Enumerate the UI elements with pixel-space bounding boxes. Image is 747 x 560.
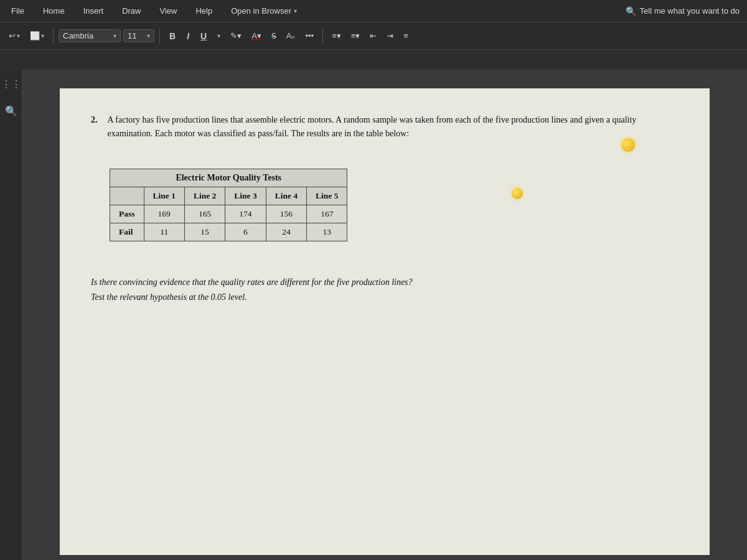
toolbar-separator-3 — [322, 29, 323, 44]
search-icon: 🔍 — [626, 6, 636, 16]
col-header-line4: Line 4 — [266, 187, 306, 205]
cell-pass-line1: 169 — [144, 205, 184, 223]
col-header-line3: Line 3 — [225, 187, 266, 205]
table-header-row: Line 1 Line 2 Line 3 Line 4 Line 5 — [110, 187, 347, 205]
list1-button[interactable]: ≡▾ — [328, 29, 345, 43]
cell-fail-line2: 15 — [184, 223, 225, 241]
tell-me-text[interactable]: Tell me what you want to do — [640, 6, 740, 16]
undo-icon: ↩ — [9, 31, 16, 40]
sidebar-search-icon[interactable]: 🔍 — [2, 103, 20, 119]
cell-pass-line3: 174 — [225, 205, 266, 223]
problem-body-text: A factory has five production lines that… — [108, 113, 679, 141]
sidebar-grid-icon[interactable]: ⋮⋮ — [0, 76, 24, 93]
highlight-button[interactable]: ✎▾ — [227, 29, 245, 43]
toolbar-separator-2 — [159, 29, 160, 44]
document-page: 2. A factory has five production lines t… — [60, 88, 710, 555]
table-row-pass: Pass 169 165 174 156 167 — [110, 205, 347, 223]
indent-dec-button[interactable]: ⇤ — [366, 29, 380, 43]
undo-button[interactable]: ↩ ▾ — [5, 29, 24, 43]
toolbar-separator-1 — [53, 29, 54, 44]
left-sidebar: ⋮⋮ 🔍 — [0, 70, 22, 560]
table-title-row: Electric Motor Quality Tests — [110, 169, 347, 187]
bold-button[interactable]: B — [165, 29, 180, 44]
row-label-pass: Pass — [110, 205, 144, 223]
cell-pass-line2: 165 — [184, 205, 225, 223]
col-header-line2: Line 2 — [184, 187, 225, 205]
cell-fail-line4: 24 — [266, 223, 306, 241]
menu-open-browser[interactable]: Open in Browser ▾ — [227, 4, 301, 18]
menu-view[interactable]: View — [156, 4, 181, 18]
quality-tests-table: Electric Motor Quality Tests Line 1 Line… — [110, 169, 347, 241]
row-label-fail: Fail — [110, 223, 144, 241]
follow-up-section: Is there convincing evidence that the qu… — [91, 275, 679, 305]
copy-format-icon: ⬜ — [30, 31, 40, 40]
table-container: Electric Motor Quality Tests Line 1 Line… — [110, 169, 347, 241]
yellow-dot-2 — [512, 188, 523, 199]
clear-format-button[interactable]: Aₓ — [283, 29, 299, 43]
cell-pass-line4: 156 — [266, 205, 306, 223]
cell-fail-line5: 13 — [307, 223, 347, 241]
underline-chevron-icon: ▾ — [217, 32, 220, 39]
align-button[interactable]: ≡ — [400, 29, 412, 43]
font-color-icon: A▾ — [251, 31, 261, 40]
strikethrough-button[interactable]: S̶ — [268, 29, 280, 43]
col-header-empty — [110, 187, 144, 205]
list2-button[interactable]: ≡▾ — [347, 29, 364, 43]
menu-home[interactable]: Home — [39, 4, 68, 18]
open-browser-chevron-icon: ▾ — [294, 7, 297, 14]
follow-up-line2: Test the relevant hypothesis at the 0.05… — [91, 290, 679, 305]
yellow-dot-1 — [621, 138, 635, 152]
toolbar: ↩ ▾ ⬜ ▾ Cambria ▾ 11 ▾ B I U ▾ ✎▾ A▾ S̶ … — [0, 22, 747, 50]
copy-format-button[interactable]: ⬜ ▾ — [26, 29, 48, 43]
problem-number: 2. — [91, 113, 98, 141]
tell-me-section: 🔍 Tell me what you want to do — [626, 6, 740, 16]
font-name-selector[interactable]: Cambria ▾ — [59, 29, 121, 42]
cell-fail-line3: 6 — [225, 223, 266, 241]
cell-fail-line1: 11 — [144, 223, 184, 241]
font-name-label: Cambria — [63, 31, 93, 40]
underline-button[interactable]: U — [196, 29, 211, 44]
cell-pass-line5: 167 — [307, 205, 347, 223]
menu-insert[interactable]: Insert — [80, 4, 108, 18]
underline-chevron-button[interactable]: ▾ — [214, 30, 224, 42]
font-size-label: 11 — [128, 31, 136, 40]
menu-help[interactable]: Help — [192, 4, 216, 18]
font-color-button[interactable]: A▾ — [248, 29, 265, 43]
font-size-selector[interactable]: 11 ▾ — [123, 29, 154, 42]
italic-button[interactable]: I — [182, 29, 194, 44]
col-header-line5: Line 5 — [307, 187, 347, 205]
font-size-chevron-icon: ▾ — [147, 32, 150, 39]
menu-draw[interactable]: Draw — [118, 4, 144, 18]
more-button[interactable]: ••• — [301, 29, 317, 43]
problem-section: 2. A factory has five production lines t… — [91, 113, 679, 141]
font-name-chevron-icon: ▾ — [113, 32, 116, 39]
follow-up-line1: Is there convincing evidence that the qu… — [91, 275, 679, 290]
main-content: 2. A factory has five production lines t… — [22, 70, 747, 560]
col-header-line1: Line 1 — [144, 187, 184, 205]
table-title: Electric Motor Quality Tests — [110, 169, 347, 187]
indent-inc-button[interactable]: ⇥ — [383, 29, 397, 43]
undo-chevron-icon: ▾ — [17, 32, 20, 39]
copy-format-chevron-icon: ▾ — [41, 32, 44, 39]
menu-file[interactable]: File — [7, 4, 28, 18]
table-row-fail: Fail 11 15 6 24 13 — [110, 223, 347, 241]
menu-bar: File Home Insert Draw View Help Open in … — [0, 0, 747, 22]
